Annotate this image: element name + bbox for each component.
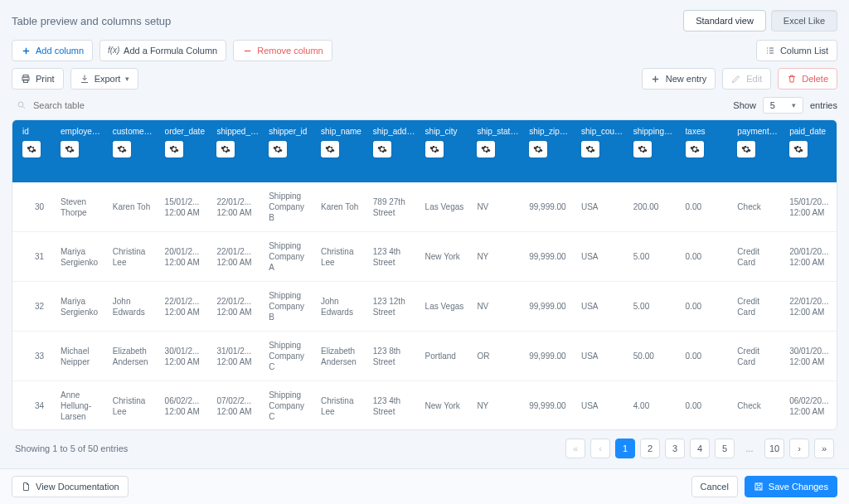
new-entry-button[interactable]: New entry (642, 68, 716, 90)
cell: 20/01/2...12:00 AM (160, 238, 212, 276)
table-row[interactable]: 31Mariya SergienkoChristina Lee20/01/2..… (12, 232, 837, 282)
pager-last-button[interactable]: » (814, 439, 834, 458)
export-label: Export (95, 75, 121, 84)
pager-page-button[interactable]: 3 (665, 439, 685, 458)
cell: USA (576, 392, 628, 419)
edit-button[interactable]: Edit (722, 68, 771, 90)
cell: Credit Card (732, 238, 784, 276)
column-label: id (22, 127, 51, 136)
column-gear-button[interactable] (737, 141, 755, 158)
add-column-button[interactable]: Add column (12, 40, 93, 61)
entries-value: 5 (770, 100, 775, 110)
column-gear-button[interactable] (477, 141, 495, 158)
pager-page-button[interactable]: 4 (690, 439, 710, 458)
listing-summary: Showing 1 to 5 of 50 entries (15, 443, 128, 453)
pager-page-button[interactable]: 2 (640, 439, 660, 458)
column-gear-button[interactable] (373, 141, 391, 158)
pager-page-button[interactable]: 1 (615, 439, 635, 458)
column-gear-button[interactable] (581, 141, 599, 158)
cell: Shipping Company B (264, 182, 316, 231)
cell: Credit Card (732, 288, 784, 326)
gear-icon (638, 144, 648, 154)
table-row[interactable]: 33Michael NeipperElizabeth Andersen30/01… (12, 332, 837, 381)
column-gear-button[interactable] (425, 141, 444, 158)
pager-prev-button[interactable]: ‹ (590, 439, 610, 458)
column-gear-button[interactable] (686, 141, 704, 158)
cell: 22/01/2...12:00 AM (160, 288, 212, 326)
cell: 200.00 (628, 193, 681, 220)
column-gear-button[interactable] (22, 141, 41, 158)
column-gear-button[interactable] (165, 141, 183, 158)
cell-id: 30 (12, 193, 56, 220)
cell: OR (472, 342, 524, 370)
table-row[interactable]: 32Mariya SergienkoJohn Edwards22/01/2...… (12, 282, 837, 332)
column-label: ship_city (425, 127, 468, 136)
pager-page-button[interactable]: 5 (715, 439, 735, 458)
column-gear-button[interactable] (61, 141, 79, 158)
cell: John Edwards (108, 288, 160, 326)
gear-icon (793, 144, 803, 154)
pager-ellipsis[interactable]: ... (740, 439, 759, 458)
export-icon (80, 74, 90, 84)
table-row[interactable]: 30Steven ThorpeKaren Toh15/01/2...12:00 … (12, 182, 837, 232)
search-input[interactable] (32, 99, 123, 111)
remove-column-button[interactable]: Remove column (233, 40, 332, 61)
cell: 22/01/2...12:00 AM (211, 188, 264, 226)
cell-id: 34 (12, 392, 56, 419)
entries-suffix: entries (810, 100, 837, 110)
cell: 5.00 (628, 243, 681, 270)
cell: 99,999.00 (524, 193, 576, 220)
cell: Christina Lee (108, 387, 160, 425)
column-label: ship_count... (581, 127, 623, 136)
cell: USA (576, 243, 628, 270)
print-button[interactable]: Print (12, 68, 64, 90)
view-standard-tab[interactable]: Standard view (683, 10, 766, 32)
gear-icon (27, 144, 36, 154)
column-header: paid_date (784, 120, 837, 182)
cell: Check (732, 193, 784, 220)
column-label: payment_t... (737, 127, 779, 136)
column-gear-button[interactable] (789, 141, 808, 158)
table-row[interactable]: 34Anne Hellung-LarsenChristina Lee06/02/… (12, 381, 837, 430)
column-gear-button[interactable] (113, 141, 131, 158)
table-body: 30Steven ThorpeKaren Toh15/01/2...12:00 … (12, 182, 837, 430)
edit-label: Edit (746, 75, 762, 84)
view-documentation-button[interactable]: View Documentation (12, 476, 129, 497)
column-list-button[interactable]: Column List (756, 40, 837, 61)
gear-icon (429, 144, 439, 154)
entries-select[interactable]: 5 ▾ (763, 97, 803, 114)
column-label: shipped_d... (216, 127, 259, 136)
export-button[interactable]: Export ▾ (70, 68, 139, 90)
cell: NY (472, 392, 524, 419)
column-gear-button[interactable] (216, 141, 235, 158)
pager-page-button[interactable]: 10 (764, 439, 784, 458)
save-changes-button[interactable]: Save Changes (745, 476, 837, 497)
pager-first-button[interactable]: « (565, 439, 585, 458)
pager-next-button[interactable]: › (789, 439, 809, 458)
gear-icon (377, 144, 387, 154)
cell: 0.00 (681, 342, 733, 370)
column-header: ship_city (420, 120, 473, 182)
view-excel-tab[interactable]: Excel Like (771, 10, 837, 32)
cancel-button[interactable]: Cancel (691, 476, 738, 497)
column-header: shipping_f... (628, 120, 681, 182)
cell-id: 33 (12, 342, 56, 370)
column-header: order_date (160, 120, 212, 182)
column-header: taxes (681, 120, 733, 182)
cell: Elizabeth Andersen (108, 337, 160, 376)
delete-button[interactable]: Delete (778, 68, 837, 90)
add-formula-button[interactable]: f(x) Add a Formula Column (99, 40, 226, 61)
column-gear-button[interactable] (269, 141, 287, 158)
cell: Michael Neipper (56, 337, 108, 376)
gear-icon (690, 144, 700, 154)
chevron-down-icon: ▾ (125, 75, 129, 83)
cell: USA (576, 193, 628, 220)
column-gear-button[interactable] (633, 141, 652, 158)
column-header: ship_count... (576, 120, 628, 182)
cell: 5.00 (628, 293, 681, 320)
column-gear-button[interactable] (529, 141, 547, 158)
column-gear-button[interactable] (321, 141, 339, 158)
pagination: «‹12345...10›» (565, 439, 834, 458)
column-header: shipped_d... (211, 120, 264, 182)
cell: Karen Toh (108, 193, 160, 220)
